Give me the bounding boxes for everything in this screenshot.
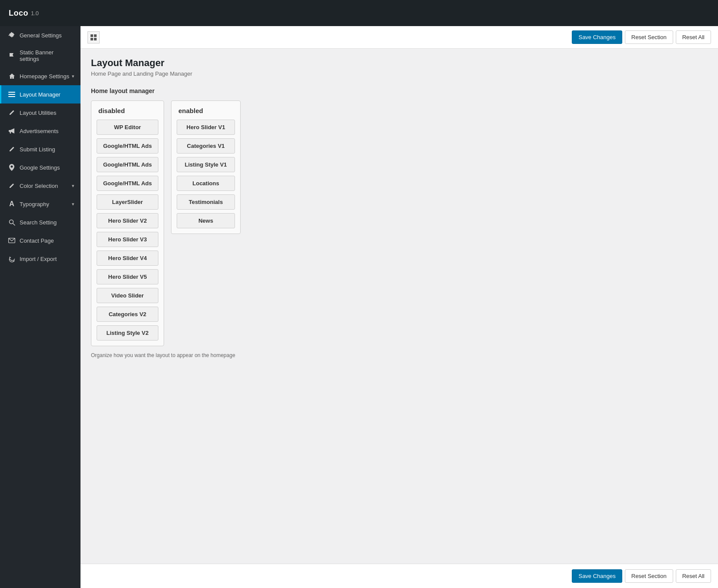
toolbar-left [87,31,100,43]
chevron-icon: ▾ [72,183,74,189]
disabled-item-9[interactable]: Video Slider [97,288,158,303]
grid-icon[interactable] [87,31,100,43]
sidebar-item-color-selection[interactable]: Color Selection▾ [0,177,81,195]
sidebar-label: Submit Listing [20,146,74,153]
refresh-icon [7,254,16,263]
enabled-item-5[interactable]: News [177,213,235,228]
disabled-item-11[interactable]: Listing Style V2 [97,325,158,341]
sidebar-item-layout-manager[interactable]: Layout Manager [0,85,81,104]
svg-rect-10 [91,38,93,40]
svg-line-4 [13,223,15,225]
sidebar-label: Layout Utilities [20,110,74,116]
sidebar-item-typography[interactable]: ATypography▾ [0,195,81,213]
pencil-icon [7,108,16,117]
svg-rect-11 [94,38,97,40]
enabled-item-1[interactable]: Categories V1 [177,138,235,154]
sidebar-label: Homepage Settings [20,73,70,80]
disabled-item-10[interactable]: Categories V2 [97,307,158,322]
chevron-icon: ▾ [72,201,74,207]
sidebar-label: Contact Page [20,237,74,244]
disabled-item-7[interactable]: Hero Slider V4 [97,251,158,266]
sidebar-item-static-banner-settings[interactable]: Static Banner settings [0,44,81,67]
sidebar-label: Static Banner settings [20,49,74,62]
enabled-items: Hero Slider V1Categories V1Listing Style… [177,120,235,228]
reset-section-button-top[interactable]: Reset Section [625,30,673,44]
app-name: Loco [9,9,28,18]
home-icon [7,72,16,80]
sidebar: General Settings Static Banner settings … [0,26,81,588]
section-label: Home layout manager [91,87,708,94]
envelope-icon [7,236,16,245]
page-subtitle: Home Page and Landing Page Manager [91,70,708,77]
enabled-item-0[interactable]: Hero Slider V1 [177,120,235,135]
sidebar-label: Import / Export [20,256,74,262]
pencil-icon [7,145,16,154]
sidebar-item-layout-utilities[interactable]: Layout Utilities [0,104,81,122]
top-bar: Loco 1.0 [0,0,718,26]
disabled-items: WP EditorGoogle/HTML AdsGoogle/HTML AdsG… [97,120,158,341]
main-content: Save Changes Reset Section Reset All Lay… [81,26,718,588]
sidebar-label: Color Selection [20,183,70,189]
menu-icon [7,90,16,99]
enabled-column: enabled Hero Slider V1Categories V1Listi… [171,100,241,234]
disabled-item-2[interactable]: Google/HTML Ads [97,157,158,172]
enabled-column-header: enabled [177,106,235,115]
svg-rect-8 [91,34,93,37]
reset-section-button-bottom[interactable]: Reset Section [625,569,673,583]
svg-rect-2 [8,96,15,97]
svg-rect-1 [8,94,15,95]
enabled-item-4[interactable]: Testimonials [177,194,235,210]
sidebar-item-google-settings[interactable]: Google Settings [0,158,81,177]
svg-rect-0 [8,92,15,93]
save-changes-button-top[interactable]: Save Changes [572,30,622,44]
sidebar-item-submit-listing[interactable]: Submit Listing [0,140,81,158]
sidebar-item-advertisements[interactable]: Advertisements [0,122,81,140]
sidebar-item-homepage-settings[interactable]: Homepage Settings▾ [0,67,81,85]
bottom-toolbar: Save Changes Reset Section Reset All [81,564,718,588]
svg-rect-9 [94,34,97,37]
app-version: 1.0 [31,10,39,17]
sidebar-item-import-export[interactable]: Import / Export [0,250,81,268]
page-title: Layout Manager [91,57,708,69]
disabled-column-header: disabled [97,106,158,115]
flag-icon [7,51,16,60]
disabled-item-3[interactable]: Google/HTML Ads [97,176,158,191]
toolbar-right: Save Changes Reset Section Reset All [572,30,711,44]
sidebar-item-general-settings[interactable]: General Settings [0,26,81,44]
sidebar-item-search-setting[interactable]: Search Setting [0,213,81,231]
layout-columns: disabled WP EditorGoogle/HTML AdsGoogle/… [91,100,708,346]
app-body: General Settings Static Banner settings … [0,26,718,588]
sidebar-item-contact-page[interactable]: Contact Page [0,231,81,250]
content-area: Layout Manager Home Page and Landing Pag… [81,49,718,564]
enabled-item-2[interactable]: Listing Style V1 [177,157,235,172]
reset-all-button-bottom[interactable]: Reset All [676,569,711,583]
disabled-item-8[interactable]: Hero Slider V5 [97,269,158,284]
disabled-column: disabled WP EditorGoogle/HTML AdsGoogle/… [91,100,164,346]
top-toolbar: Save Changes Reset Section Reset All [81,26,718,49]
enabled-item-3[interactable]: Locations [177,176,235,191]
sidebar-label: Search Setting [20,219,74,226]
save-changes-button-bottom[interactable]: Save Changes [572,569,622,583]
sidebar-label: Layout Manager [20,91,74,98]
reset-all-button-top[interactable]: Reset All [676,30,711,44]
chevron-icon: ▾ [72,74,74,79]
svg-marker-6 [10,256,11,258]
sidebar-label: Advertisements [20,128,74,134]
gear-icon [7,31,16,40]
search-icon [7,218,16,227]
sidebar-label: Google Settings [20,164,74,171]
disabled-item-5[interactable]: Hero Slider V2 [97,213,158,228]
sidebar-label: General Settings [20,32,74,39]
location-icon [7,163,16,172]
color-icon [7,181,16,190]
sidebar-label: Typography [20,201,70,207]
layout-hint: Organize how you want the layout to appe… [91,352,708,358]
disabled-item-6[interactable]: Hero Slider V3 [97,232,158,247]
disabled-item-0[interactable]: WP Editor [97,120,158,135]
disabled-item-4[interactable]: LayerSlider [97,194,158,210]
typography-icon: A [7,200,16,208]
disabled-item-1[interactable]: Google/HTML Ads [97,138,158,154]
megaphone-icon [7,127,16,135]
